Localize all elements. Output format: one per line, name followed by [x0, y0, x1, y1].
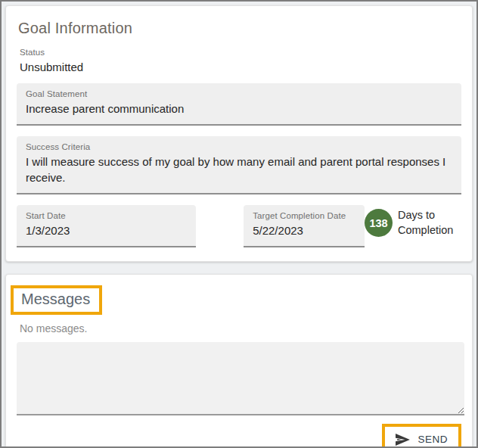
no-messages-text: No messages. [20, 322, 458, 334]
send-row: SEND [17, 424, 461, 448]
send-button-highlight: SEND [382, 424, 461, 448]
success-criteria-label: Success Criteria [26, 142, 452, 151]
goal-statement-value: Increase parent communication [26, 101, 452, 117]
start-date-value: 1/3/2023 [26, 222, 187, 239]
days-to-completion-group: 138 Days to Completion [365, 205, 461, 238]
success-criteria-field[interactable]: Success Criteria I will measure success … [17, 136, 461, 195]
messages-card: Messages No messages. SEND [5, 274, 473, 448]
page-title: Goal Information [18, 20, 460, 37]
goal-statement-field[interactable]: Goal Statement Increase parent communica… [17, 83, 461, 126]
days-to-completion-badge: 138 [365, 209, 393, 237]
message-input[interactable] [17, 342, 464, 415]
messages-title-highlight: Messages [11, 285, 102, 315]
status-label: Status [20, 48, 458, 57]
dates-row: Start Date 1/3/2023 Target Completion Da… [17, 205, 461, 247]
target-completion-date-field[interactable]: Target Completion Date 5/22/2023 [244, 205, 365, 247]
send-button[interactable]: SEND [386, 428, 457, 448]
status-value: Unsubmitted [20, 59, 458, 76]
status-field: Status Unsubmitted [20, 48, 458, 76]
success-criteria-value: I will measure success of my goal by how… [26, 154, 452, 187]
send-button-label: SEND [417, 434, 448, 445]
goal-statement-label: Goal Statement [26, 89, 452, 98]
target-completion-date-value: 5/22/2023 [253, 222, 355, 239]
days-to-completion-label: Days to Completion [398, 208, 461, 238]
messages-title: Messages [21, 291, 90, 308]
target-completion-date-label: Target Completion Date [253, 211, 355, 220]
start-date-label: Start Date [26, 211, 187, 220]
send-icon [394, 433, 411, 446]
start-date-field[interactable]: Start Date 1/3/2023 [17, 205, 196, 247]
goal-information-card: Goal Information Status Unsubmitted Goal… [5, 5, 473, 262]
